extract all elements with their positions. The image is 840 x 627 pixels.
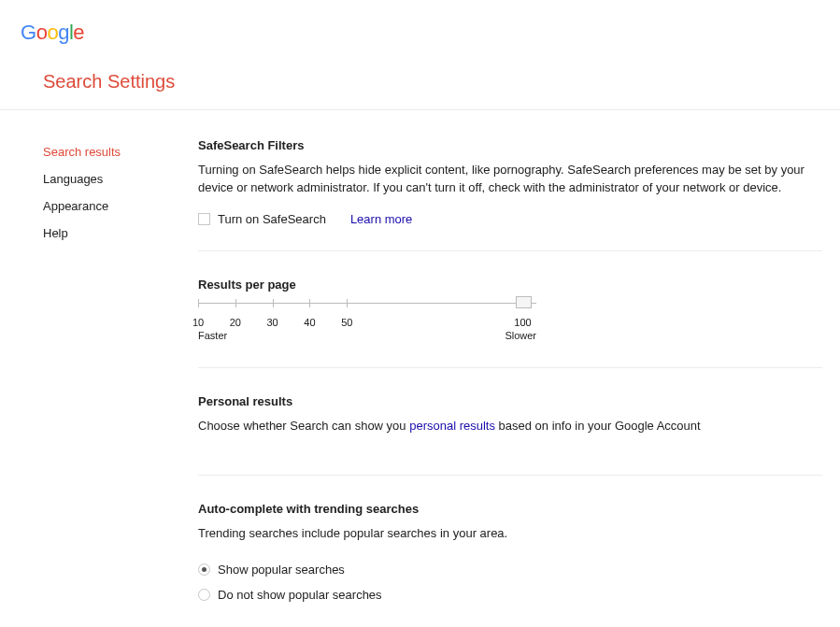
slider-handle[interactable] (516, 296, 532, 308)
slider-label: 30 (267, 317, 278, 328)
radio-show-popular-label: Show popular searches (218, 563, 345, 577)
slider-track (198, 303, 536, 304)
personal-results-link[interactable]: personal results (409, 419, 495, 433)
slider-label: 40 (304, 317, 315, 328)
personal-title: Personal results (198, 394, 822, 408)
slider-tick (309, 299, 310, 307)
slider-label: 10 (192, 317, 204, 328)
learn-more-link[interactable]: Learn more (350, 212, 412, 226)
slider-label: 100 (514, 317, 531, 328)
radio-hide-popular-label: Do not show popular searches (218, 588, 382, 602)
safesearch-checkbox[interactable] (198, 213, 210, 225)
slider-tick (347, 299, 348, 307)
safesearch-desc: Turning on SafeSearch helps hide explici… (198, 162, 822, 197)
radio-hide-popular[interactable] (198, 589, 210, 601)
section-safesearch: SafeSearch Filters Turning on SafeSearch… (198, 138, 822, 251)
sidebar-item-appearance[interactable]: Appearance (43, 192, 198, 220)
section-autocomplete: Auto-complete with trending searches Tre… (198, 502, 822, 627)
slider-tick (198, 299, 199, 307)
content: Search results Languages Appearance Help… (0, 110, 822, 627)
autocomplete-desc: Trending searches include popular search… (198, 525, 822, 543)
results-per-page-title: Results per page (198, 278, 822, 292)
results-slider[interactable]: 10 20 30 40 50 100 Faster Slower (198, 303, 536, 343)
sidebar-item-help[interactable]: Help (43, 220, 198, 247)
sidebar: Search results Languages Appearance Help (43, 138, 198, 627)
radio-show-popular[interactable] (198, 563, 210, 576)
section-personal-results: Personal results Choose whether Search c… (198, 394, 822, 476)
slider-labels: 10 20 30 40 50 100 (198, 317, 536, 330)
header: Google (0, 0, 840, 45)
slider-hints: Faster Slower (198, 330, 536, 343)
safesearch-toggle-row: Turn on SafeSearch Learn more (198, 212, 822, 226)
slider-faster-hint: Faster (198, 330, 227, 341)
autocomplete-option-hide[interactable]: Do not show popular searches (198, 582, 822, 607)
section-results-per-page: Results per page 10 20 30 40 50 (198, 278, 822, 368)
slider-label: 20 (230, 317, 241, 328)
sidebar-item-search-results[interactable]: Search results (43, 138, 198, 165)
google-logo[interactable]: Google (21, 21, 84, 44)
page-title: Search Settings (0, 45, 840, 110)
main: SafeSearch Filters Turning on SafeSearch… (198, 138, 822, 627)
slider-tick (273, 299, 274, 307)
slider-slower-hint: Slower (505, 330, 536, 341)
slider-tick (235, 299, 236, 307)
personal-desc: Choose whether Search can show you perso… (198, 418, 822, 435)
autocomplete-title: Auto-complete with trending searches (198, 502, 822, 516)
personal-desc-post: based on info in your Google Account (495, 419, 701, 433)
safesearch-checkbox-label[interactable]: Turn on SafeSearch (218, 212, 326, 226)
autocomplete-option-show[interactable]: Show popular searches (198, 557, 822, 582)
slider-label: 50 (341, 317, 352, 328)
personal-desc-pre: Choose whether Search can show you (198, 419, 409, 433)
sidebar-item-languages[interactable]: Languages (43, 165, 198, 192)
safesearch-title: SafeSearch Filters (198, 138, 822, 152)
